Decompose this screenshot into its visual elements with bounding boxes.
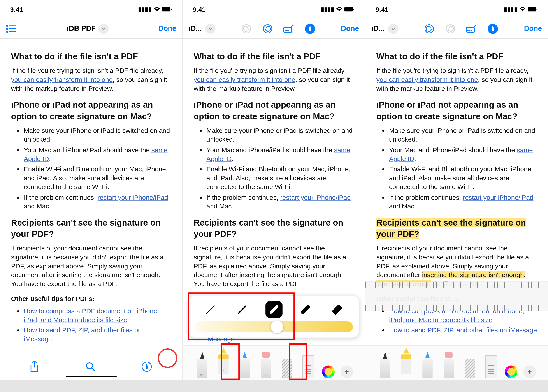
screenshot-1: 9:41 ▮▮▮▮ iDB PDF Done What to do if the… bbox=[0, 0, 183, 380]
link-compress[interactable]: How to compress a PDF document on iPhone… bbox=[24, 307, 159, 323]
undo-icon[interactable] bbox=[241, 23, 252, 34]
status-time: 9:41 bbox=[10, 6, 23, 13]
nav-bar: iDB PDF Done bbox=[0, 19, 182, 39]
status-bar: 9:41 ▮▮▮▮ bbox=[183, 0, 365, 19]
svg-point-6 bbox=[7, 31, 8, 32]
markup-nav-bar: iD... Done bbox=[183, 19, 365, 39]
annotation-box-ruler bbox=[289, 343, 307, 380]
ruler-overlay[interactable] bbox=[365, 281, 548, 311]
screenshot-2: 9:41 ▮▮▮▮ iD... Done What to do if the f… bbox=[183, 0, 365, 380]
markup-active-icon[interactable] bbox=[304, 23, 315, 34]
status-bar: 9:41 ▮▮▮▮ bbox=[0, 0, 182, 19]
wifi-icon bbox=[519, 7, 526, 12]
eraser-tool[interactable] bbox=[441, 352, 456, 378]
title-menu-chevron-icon[interactable] bbox=[98, 24, 108, 34]
heading-ipad-mac: iPhone or iPad not appearing as an optio… bbox=[11, 99, 171, 122]
heading-recipients-highlighted: Recipients can't see the signature on yo… bbox=[377, 217, 537, 240]
wifi-icon bbox=[336, 7, 343, 12]
annotation-box-options bbox=[188, 293, 295, 340]
svg-rect-15 bbox=[284, 27, 292, 32]
svg-point-17 bbox=[286, 30, 287, 31]
para-recipients: If recipients of your document cannot se… bbox=[11, 244, 171, 288]
redo-icon[interactable] bbox=[445, 23, 456, 34]
signal-icon: ▮▮▮▮ bbox=[321, 6, 334, 13]
svg-line-9 bbox=[92, 368, 94, 371]
thickness-4[interactable] bbox=[297, 301, 314, 318]
list-icon[interactable] bbox=[6, 24, 17, 33]
title-menu-chevron-icon[interactable] bbox=[388, 24, 398, 34]
svg-rect-21 bbox=[537, 8, 538, 10]
highlighter-tool[interactable] bbox=[399, 348, 414, 374]
search-icon[interactable] bbox=[85, 361, 95, 372]
color-picker[interactable] bbox=[505, 365, 517, 378]
annotation-highlight-circle bbox=[157, 349, 177, 368]
battery-icon bbox=[162, 7, 172, 12]
markup-nav-bar: iD... Done bbox=[365, 19, 548, 39]
svg-point-2 bbox=[7, 25, 8, 26]
pen-tool[interactable] bbox=[377, 352, 393, 378]
undo-icon[interactable] bbox=[424, 23, 435, 34]
troubleshoot-list: Make sure your iPhone or iPad is switche… bbox=[11, 126, 171, 211]
add-tool-button[interactable]: + bbox=[523, 365, 536, 378]
battery-icon bbox=[344, 7, 355, 12]
signal-icon: ▮▮▮▮ bbox=[504, 6, 517, 13]
autofill-icon[interactable] bbox=[466, 23, 477, 34]
pen-tool[interactable]: 97 bbox=[195, 352, 210, 378]
list-item: If the problem continues, restart your i… bbox=[24, 193, 171, 211]
link-imessage[interactable]: How to send PDF, ZIP, and other files on… bbox=[24, 327, 142, 343]
battery-icon bbox=[528, 7, 538, 12]
status-time: 9:41 bbox=[376, 6, 388, 13]
svg-point-8 bbox=[86, 363, 92, 369]
annotation-box-highlighter bbox=[221, 343, 239, 380]
svg-point-26 bbox=[469, 30, 470, 31]
share-icon[interactable] bbox=[30, 361, 39, 372]
pdf-content[interactable]: What to do if the file isn't a PDF If th… bbox=[0, 39, 182, 353]
list-item: How to compress a PDF document on iPhone… bbox=[24, 307, 171, 324]
color-picker[interactable] bbox=[322, 365, 334, 378]
markup-icon[interactable] bbox=[141, 361, 152, 372]
add-tool-button[interactable]: + bbox=[340, 365, 353, 378]
svg-rect-12 bbox=[353, 8, 354, 10]
heading-not-pdf: What to do if the file isn't a PDF bbox=[194, 51, 354, 62]
autofill-icon[interactable] bbox=[283, 23, 294, 34]
svg-rect-0 bbox=[162, 7, 171, 11]
thickness-thick[interactable] bbox=[329, 301, 346, 318]
markup-active-icon[interactable] bbox=[487, 23, 498, 34]
markup-tools-bar: 97 55 50 55 + bbox=[183, 345, 365, 380]
heading-ipad-mac: iPhone or iPad not appearing as an optio… bbox=[194, 99, 354, 122]
home-indicator[interactable] bbox=[66, 376, 117, 377]
list-item: How to send PDF, ZIP, and other files on… bbox=[24, 326, 171, 344]
pencil-tool[interactable] bbox=[420, 352, 435, 378]
para-transform: If the file you're trying to sign isn't … bbox=[11, 67, 171, 93]
done-button[interactable]: Done bbox=[158, 24, 176, 33]
ruler-tool[interactable] bbox=[484, 352, 499, 378]
heading-not-pdf: What to do if the file isn't a PDF bbox=[11, 51, 171, 62]
done-button[interactable]: Done bbox=[524, 24, 542, 33]
done-button[interactable]: Done bbox=[341, 24, 359, 33]
doc-title-short[interactable]: iD... bbox=[189, 24, 202, 33]
svg-point-4 bbox=[7, 28, 8, 29]
list-item: Make sure your iPhone or iPad is switche… bbox=[24, 126, 171, 144]
svg-point-16 bbox=[285, 30, 286, 31]
status-icons: ▮▮▮▮ bbox=[321, 6, 355, 13]
svg-rect-24 bbox=[467, 27, 475, 32]
markup-tools-bar: + bbox=[365, 345, 548, 380]
lasso-tool[interactable] bbox=[462, 352, 477, 378]
doc-title-short[interactable]: iD... bbox=[371, 24, 384, 33]
pdf-content[interactable]: What to do if the file isn't a PDF If th… bbox=[365, 39, 548, 380]
status-icons: ▮▮▮▮ bbox=[138, 6, 172, 13]
screenshot-3: 9:41 ▮▮▮▮ iD... Done What to do if the f… bbox=[365, 0, 548, 380]
svg-rect-1 bbox=[171, 8, 171, 10]
list-item: Enable Wi-Fi and Bluetooth on your Mac, … bbox=[24, 165, 171, 192]
status-icons: ▮▮▮▮ bbox=[504, 6, 538, 13]
title-menu-chevron-icon[interactable] bbox=[205, 24, 216, 34]
link-restart[interactable]: restart your iPhone/iPad bbox=[98, 194, 168, 201]
svg-rect-11 bbox=[344, 7, 353, 11]
para-transform: If the file you're trying to sign isn't … bbox=[194, 67, 354, 93]
eraser-tool[interactable]: 55 bbox=[258, 352, 273, 378]
doc-title[interactable]: iDB PDF bbox=[67, 24, 96, 33]
redo-icon[interactable] bbox=[262, 23, 273, 34]
tips-list: How to compress a PDF document on iPhone… bbox=[11, 307, 171, 344]
link-transform[interactable]: you can easily transform it into one bbox=[11, 76, 113, 83]
svg-point-18 bbox=[288, 30, 289, 31]
